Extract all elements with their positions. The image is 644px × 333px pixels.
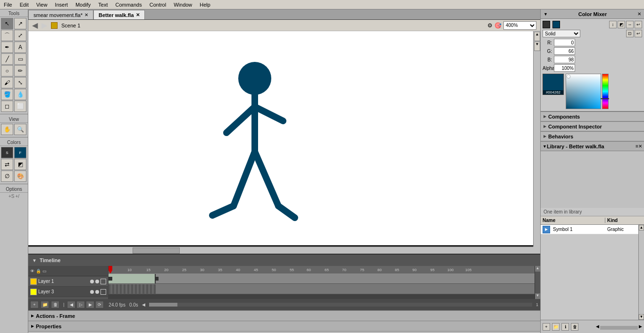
- menu-view[interactable]: View: [33, 1, 51, 9]
- zoom-select[interactable]: 400% 200% 100% 50%: [503, 21, 536, 30]
- menu-insert[interactable]: Insert: [51, 1, 72, 9]
- stage-icon-1[interactable]: ⚙: [487, 22, 493, 29]
- tab-smear[interactable]: smear movement.fla* ✕: [28, 10, 93, 19]
- menu-help[interactable]: Help: [196, 1, 214, 9]
- tool-hand[interactable]: ✋: [1, 124, 13, 135]
- cm-icon-5[interactable]: ⊡: [626, 30, 634, 37]
- timeline-collapse-arrow[interactable]: ▼: [32, 258, 37, 263]
- scrollbar-thumb-h[interactable]: [133, 248, 180, 254]
- lib-new-folder-btn[interactable]: 📁: [552, 323, 560, 331]
- tool-line[interactable]: ╱: [1, 53, 13, 65]
- behaviors-header[interactable]: ▶ Behaviors: [541, 132, 644, 141]
- tool-subselect[interactable]: ↗: [14, 18, 26, 29]
- swap-colors[interactable]: ⇄: [1, 159, 13, 170]
- lib-scroll-down[interactable]: ▼: [639, 314, 644, 320]
- tool-free-xform[interactable]: ⤡: [14, 77, 26, 88]
- color-mode-select[interactable]: Solid: [543, 30, 580, 37]
- fill-color[interactable]: F: [14, 147, 26, 158]
- fill-swatch[interactable]: [552, 21, 560, 28]
- menu-edit[interactable]: Edit: [16, 1, 33, 9]
- tool-rubber[interactable]: ⬜: [14, 101, 26, 112]
- tool-fill[interactable]: 🪣: [1, 89, 13, 100]
- layer-1-lock-dot[interactable]: [95, 280, 99, 283]
- tl-ctrl-3[interactable]: ▶: [86, 301, 94, 308]
- timeline-vscroll[interactable]: ▲ ▼: [535, 266, 540, 299]
- cm-icon-6[interactable]: ↩: [635, 30, 642, 37]
- add-layer-btn[interactable]: +: [30, 301, 39, 308]
- layer-3-lock-dot[interactable]: [95, 290, 99, 294]
- library-collapse-arrow[interactable]: ▼: [543, 144, 547, 149]
- timeline-vscroll-up[interactable]: ▲: [535, 266, 540, 272]
- menu-commands[interactable]: Commands: [111, 1, 145, 9]
- tl-ctrl-2[interactable]: ▷: [76, 301, 85, 308]
- color-picker[interactable]: 🎨: [14, 171, 26, 182]
- default-colors[interactable]: ◩: [14, 159, 26, 170]
- stage-scrollbar-h[interactable]: [28, 247, 533, 254]
- layer-1-frames[interactable]: [109, 273, 535, 284]
- g-input[interactable]: [554, 47, 575, 55]
- color-field[interactable]: [566, 74, 601, 109]
- tl-ctrl-1[interactable]: ◀: [67, 301, 75, 308]
- menu-modify[interactable]: Modify: [72, 1, 94, 9]
- properties-panel-header[interactable]: ▶ Properties: [28, 321, 540, 332]
- back-button[interactable]: ◀: [32, 21, 38, 30]
- layer-3-visible-dot[interactable]: [90, 290, 94, 294]
- stroke-color[interactable]: S: [1, 147, 13, 158]
- library-close[interactable]: ✕: [638, 144, 642, 149]
- timeline-hscroll-left[interactable]: ◀: [142, 302, 145, 307]
- tab-better-walk[interactable]: Better walk.fla ✕: [93, 10, 145, 19]
- layer-1-visible-dot[interactable]: [90, 280, 94, 283]
- delete-layer-btn[interactable]: 🗑: [51, 301, 59, 308]
- timeline-layer-1[interactable]: Layer 1: [28, 276, 108, 287]
- tl-ctrl-loop[interactable]: ⟳: [95, 301, 104, 308]
- tool-text[interactable]: A: [14, 42, 26, 53]
- color-mixer-close[interactable]: ✕: [637, 11, 641, 17]
- tool-lasso[interactable]: ⌒: [1, 30, 13, 41]
- components-header[interactable]: ▶ Components: [541, 112, 644, 121]
- tab-smear-close[interactable]: ✕: [84, 12, 88, 17]
- actions-panel-header[interactable]: ▶ Actions - Frame: [28, 311, 540, 321]
- hue-bar[interactable]: [602, 74, 609, 109]
- stage-icon-2[interactable]: 🎯: [494, 22, 502, 29]
- lib-hscroll-left[interactable]: ◀: [596, 324, 599, 330]
- menu-control[interactable]: Control: [146, 1, 170, 9]
- lib-hscroll-track[interactable]: [600, 326, 638, 330]
- lib-scroll-up[interactable]: ▲: [639, 225, 644, 231]
- menu-window[interactable]: Window: [170, 1, 196, 9]
- tool-eraser[interactable]: ◻: [1, 101, 13, 112]
- layer-3-frames[interactable]: [109, 284, 535, 294]
- color-swatch-preview[interactable]: #004262: [543, 74, 564, 95]
- lib-new-symbol-btn[interactable]: +: [543, 323, 550, 331]
- tool-transform[interactable]: ⤢: [14, 30, 26, 41]
- tool-pencil[interactable]: ✏: [14, 65, 26, 77]
- cm-icon-1[interactable]: ↕: [609, 21, 617, 28]
- tool-select[interactable]: ↖: [1, 18, 13, 29]
- menu-file[interactable]: File: [0, 1, 16, 9]
- b-input[interactable]: [554, 56, 575, 63]
- tool-brush[interactable]: 🖌: [1, 77, 13, 88]
- library-item-symbol1[interactable]: ▶ Symbol 1 Graphic: [541, 225, 638, 234]
- no-color[interactable]: ∅: [1, 171, 13, 182]
- tool-rect[interactable]: ▭: [14, 53, 26, 65]
- menu-text[interactable]: Text: [94, 1, 111, 9]
- tool-zoom[interactable]: 🔍: [14, 124, 26, 135]
- stage-canvas[interactable]: [28, 31, 533, 247]
- tool-pen[interactable]: ✒: [1, 42, 13, 53]
- cm-icon-4[interactable]: ↩: [635, 21, 642, 28]
- library-scrollbar[interactable]: ▲ ▼: [638, 225, 644, 320]
- timeline-vscroll-down[interactable]: ▼: [535, 293, 540, 299]
- alpha-input[interactable]: [554, 64, 575, 72]
- tool-oval[interactable]: ○: [1, 65, 13, 77]
- tab-better-walk-close[interactable]: ✕: [136, 12, 140, 17]
- lib-props-btn[interactable]: ℹ: [561, 323, 569, 331]
- tool-eyedrop[interactable]: 💧: [14, 89, 26, 100]
- lib-hscroll-right[interactable]: ▶: [639, 324, 642, 330]
- color-mixer-arrow[interactable]: ▼: [544, 12, 548, 17]
- cm-icon-2[interactable]: ◩: [618, 21, 625, 28]
- add-layer-folder-btn[interactable]: 📁: [41, 301, 49, 308]
- cm-icon-3[interactable]: ↔: [626, 21, 634, 28]
- lib-delete-btn[interactable]: 🗑: [571, 323, 578, 331]
- r-input[interactable]: [554, 39, 575, 46]
- stroke-swatch[interactable]: [543, 21, 550, 28]
- timeline-layer-3[interactable]: Layer 3: [28, 287, 108, 297]
